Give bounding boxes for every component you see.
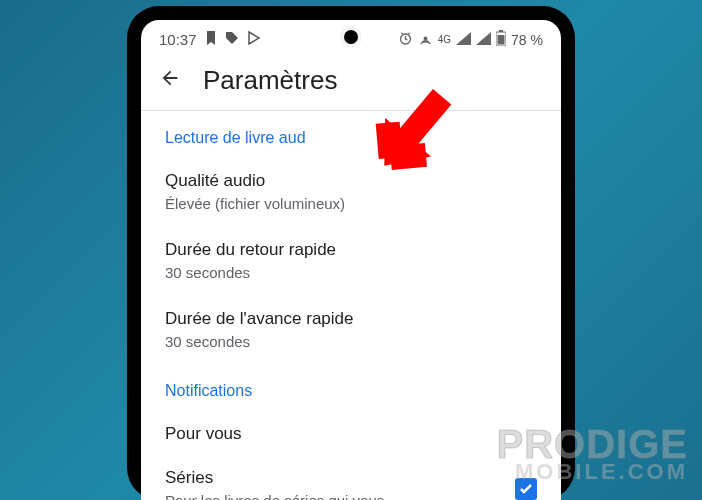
setting-title: Qualité audio	[165, 171, 537, 191]
setting-value: 30 secondes	[165, 264, 537, 281]
setting-value: Élevée (fichier volumineux)	[165, 195, 537, 212]
setting-rewind-duration[interactable]: Durée du retour rapide 30 secondes	[165, 226, 537, 295]
section-audiobook-playback: Lecture de livre aud	[165, 111, 537, 157]
screen: 10:37 4G	[141, 20, 561, 500]
setting-title: Séries	[165, 468, 384, 488]
signal-icon-2	[476, 32, 491, 48]
svg-rect-4	[498, 35, 505, 45]
app-header: Paramètres	[141, 55, 561, 110]
status-right: 4G 78 %	[398, 30, 543, 49]
battery-icon	[496, 30, 506, 49]
setting-for-you[interactable]: Pour vous	[165, 410, 537, 454]
status-time: 10:37	[159, 31, 197, 48]
battery-percent: 78 %	[511, 32, 543, 48]
settings-content: Lecture de livre aud Qualité audio Élevé…	[141, 111, 561, 500]
tag-icon	[225, 31, 239, 48]
setting-title: Durée du retour rapide	[165, 240, 537, 260]
bookmark-icon	[205, 31, 217, 48]
alarm-icon	[398, 31, 413, 49]
hotspot-icon	[418, 31, 433, 49]
network-label: 4G	[438, 35, 451, 45]
back-arrow-icon[interactable]	[159, 67, 181, 95]
status-left: 10:37	[159, 31, 261, 48]
setting-forward-duration[interactable]: Durée de l'avance rapide 30 secondes	[165, 295, 537, 364]
signal-icon	[456, 32, 471, 48]
series-checkbox[interactable]	[515, 478, 537, 500]
setting-title: Durée de l'avance rapide	[165, 309, 537, 329]
setting-value: 30 secondes	[165, 333, 537, 350]
page-title: Paramètres	[203, 65, 337, 96]
setting-audio-quality[interactable]: Qualité audio Élevée (fichier volumineux…	[165, 157, 537, 226]
section-notifications: Notifications	[165, 364, 537, 410]
svg-point-1	[423, 36, 427, 40]
setting-title: Pour vous	[165, 424, 537, 444]
phone-frame: 10:37 4G	[127, 6, 575, 500]
play-store-icon	[247, 31, 261, 48]
camera-hole	[340, 26, 362, 48]
setting-series[interactable]: Séries Pour les livres de séries qui vou…	[165, 454, 537, 500]
setting-value: Pour les livres de séries qui vous	[165, 492, 384, 500]
